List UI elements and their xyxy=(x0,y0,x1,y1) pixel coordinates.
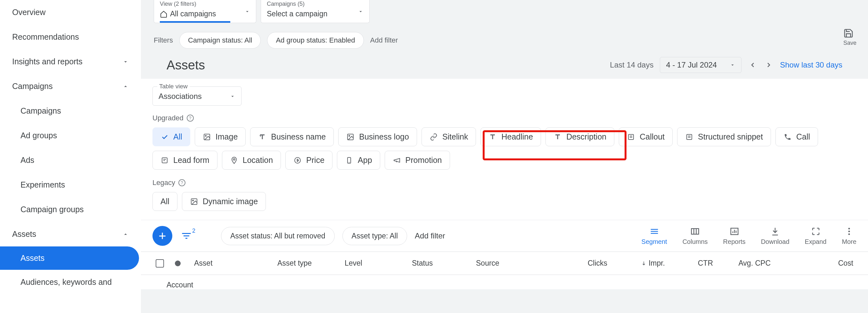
filter-chip-campaign-status[interactable]: Campaign status: All xyxy=(179,32,261,49)
nav-insights[interactable]: Insights and reports xyxy=(0,49,141,74)
date-last-label: Last 14 days xyxy=(610,61,653,69)
columns-button[interactable]: Columns xyxy=(683,227,708,245)
col-avg-cpc[interactable]: Avg. CPC xyxy=(716,259,774,268)
svg-point-3 xyxy=(349,135,350,136)
view-dropdown[interactable]: View (2 filters) All campaigns xyxy=(154,0,256,23)
campaign-dropdown-value: Select a campaign xyxy=(267,10,327,18)
download-button[interactable]: Download xyxy=(761,227,789,245)
chip-promotion[interactable]: Promotion xyxy=(385,151,450,170)
chevron-up-icon xyxy=(122,83,129,90)
add-button[interactable]: + xyxy=(152,226,172,246)
sort-down-icon xyxy=(641,260,647,266)
nav-campaigns[interactable]: Campaigns xyxy=(0,74,141,99)
save-label: Save xyxy=(843,40,857,46)
nav-sub-adgroups[interactable]: Ad groups xyxy=(0,123,141,148)
caret-down-icon xyxy=(244,9,250,14)
nav-overview[interactable]: Overview xyxy=(0,0,141,25)
chip-image[interactable]: Image xyxy=(195,127,246,146)
help-icon[interactable]: ? xyxy=(178,179,185,186)
col-ctr[interactable]: CTR xyxy=(668,259,716,268)
filter-button[interactable]: 2 xyxy=(180,230,193,242)
help-icon[interactable]: ? xyxy=(187,114,194,121)
more-button[interactable]: More xyxy=(842,227,857,245)
table-view-value: Associations xyxy=(159,92,202,101)
filters-label: Filters xyxy=(154,36,173,44)
image-icon xyxy=(190,198,198,206)
date-next-button[interactable] xyxy=(764,60,774,70)
status-indicator-header xyxy=(175,260,181,266)
add-filter-toolbar[interactable]: Add filter xyxy=(415,232,445,240)
legacy-chip-dynamic-image[interactable]: Dynamic image xyxy=(182,192,266,211)
chip-structured[interactable]: Structured snippet xyxy=(677,127,771,146)
table-view-select[interactable]: Table view Associations xyxy=(152,86,242,106)
nav-recommendations[interactable]: Recommendations xyxy=(0,25,141,49)
caret-down-icon xyxy=(730,62,735,68)
nav-assets[interactable]: Assets xyxy=(0,222,141,246)
columns-icon xyxy=(690,227,700,236)
price-icon xyxy=(293,156,302,165)
nav-sub-experiments[interactable]: Experiments xyxy=(0,173,141,197)
col-asset-type[interactable]: Asset type xyxy=(274,259,341,268)
chip-app[interactable]: App xyxy=(337,151,380,170)
add-filter-link[interactable]: Add filter xyxy=(370,36,398,44)
chip-business-logo[interactable]: Business logo xyxy=(338,127,417,146)
more-icon xyxy=(844,227,854,236)
pill-asset-status[interactable]: Asset status: All but removed xyxy=(221,227,335,245)
save-button[interactable]: Save xyxy=(843,28,857,46)
view-dropdown-label: View (2 filters) xyxy=(160,1,196,7)
row-account-label: Account xyxy=(166,281,193,289)
image-icon xyxy=(346,133,354,141)
col-impr[interactable]: Impr. xyxy=(611,259,668,268)
date-prev-button[interactable] xyxy=(748,60,757,70)
segment-button[interactable]: Segment xyxy=(642,227,667,245)
chip-price[interactable]: Price xyxy=(285,151,333,170)
select-all-checkbox[interactable] xyxy=(156,259,164,268)
list-icon xyxy=(685,133,693,141)
chip-all[interactable]: All xyxy=(152,127,190,146)
date-range-value: 4 - 17 Jul 2024 xyxy=(666,61,717,69)
legacy-chip-all[interactable]: All xyxy=(152,192,178,211)
chip-business-name[interactable]: Business name xyxy=(250,127,334,146)
text-icon xyxy=(554,133,562,141)
chip-callout[interactable]: Callout xyxy=(619,127,673,146)
chip-call[interactable]: Call xyxy=(775,127,818,146)
list-icon xyxy=(627,133,635,141)
text-icon xyxy=(489,133,497,141)
chip-location[interactable]: Location xyxy=(222,151,281,170)
col-status[interactable]: Status xyxy=(409,259,473,268)
col-asset[interactable]: Asset xyxy=(191,259,274,268)
date-range-picker[interactable]: 4 - 17 Jul 2024 xyxy=(660,57,742,73)
view-dropdown-value: All campaigns xyxy=(170,10,216,18)
link-icon xyxy=(430,133,438,141)
nav-sub-campaign-groups[interactable]: Campaign groups xyxy=(0,197,141,222)
filter-badge: 2 xyxy=(192,228,195,234)
page-title: Assets xyxy=(166,58,205,72)
campaign-dropdown[interactable]: Campaigns (5) Select a campaign xyxy=(261,0,370,23)
col-source[interactable]: Source xyxy=(473,259,553,268)
chip-lead-form[interactable]: Lead form xyxy=(152,151,217,170)
chip-description[interactable]: Description xyxy=(546,127,614,146)
nav-audiences[interactable]: Audiences, keywords and xyxy=(0,270,141,287)
filter-chip-adgroup-status[interactable]: Ad group status: Enabled xyxy=(267,32,364,49)
caret-down-icon xyxy=(358,9,364,14)
reports-button[interactable]: Reports xyxy=(723,227,746,245)
nav-sub-campaigns[interactable]: Campaigns xyxy=(0,99,141,123)
expand-button[interactable]: Expand xyxy=(805,227,827,245)
col-cost[interactable]: Cost xyxy=(774,259,857,268)
chip-headline[interactable]: Headline xyxy=(480,127,541,146)
col-level[interactable]: Level xyxy=(341,259,409,268)
show-last-30-link[interactable]: Show last 30 days xyxy=(780,61,842,69)
pill-asset-type[interactable]: Asset type: All xyxy=(342,227,407,245)
sidebar: Overview Recommendations Insights and re… xyxy=(0,0,141,313)
nav-sub-ads[interactable]: Ads xyxy=(0,148,141,173)
caret-down-icon xyxy=(230,94,236,99)
svg-point-13 xyxy=(233,159,235,160)
segment-icon xyxy=(650,227,659,236)
main-area: View (2 filters) All campaigns Campaigns… xyxy=(141,0,868,313)
svg-point-24 xyxy=(848,231,850,232)
col-clicks[interactable]: Clicks xyxy=(553,259,611,268)
table-view-label: Table view xyxy=(157,83,190,90)
nav-assets-sub-active[interactable]: Assets xyxy=(0,246,139,270)
svg-point-1 xyxy=(205,135,206,136)
chip-sitelink[interactable]: Sitelink xyxy=(422,127,476,146)
